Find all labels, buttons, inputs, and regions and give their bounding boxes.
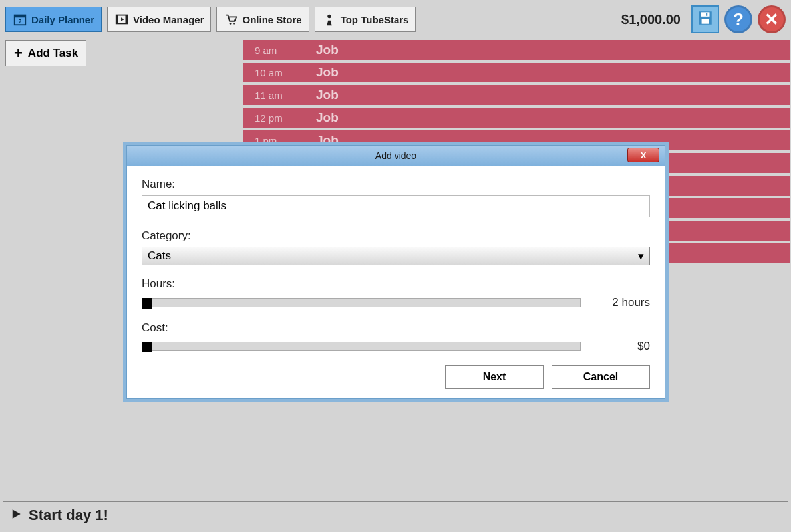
daily-planner-tab[interactable]: 7 Daily Planner <box>5 7 102 32</box>
top-tubestars-label: Top TubeStars <box>341 14 409 25</box>
help-button[interactable]: ? <box>724 5 752 33</box>
add-video-dialog: Add video X Name: Category: Cats ▾ Hours… <box>126 145 665 399</box>
svg-rect-12 <box>702 19 709 24</box>
schedule-label: Job <box>316 88 339 102</box>
top-tubestars-tab[interactable]: Top TubeStars <box>315 7 416 32</box>
category-selected-value: Cats <box>148 249 171 263</box>
play-icon <box>10 507 22 524</box>
svg-point-9 <box>327 15 331 19</box>
dialog-title: Add video <box>375 150 416 161</box>
category-label: Category: <box>142 229 650 243</box>
schedule-time: 9 am <box>243 45 316 56</box>
category-select[interactable]: Cats ▾ <box>142 247 650 265</box>
cart-icon <box>224 12 238 27</box>
svg-rect-13 <box>706 13 707 15</box>
cost-value: $0 <box>637 340 650 353</box>
plus-icon: + <box>14 45 23 62</box>
svg-rect-5 <box>126 15 128 24</box>
dialog-body: Name: Category: Cats ▾ Hours: 2 hours Co… <box>127 166 665 398</box>
video-manager-label: Video Manager <box>133 14 204 25</box>
start-day-label: Start day 1! <box>29 507 108 524</box>
svg-marker-14 <box>13 509 21 519</box>
cost-slider[interactable] <box>142 342 581 351</box>
close-icon: X <box>641 150 647 160</box>
svg-text:7: 7 <box>19 19 22 25</box>
cancel-button[interactable]: Cancel <box>552 365 650 389</box>
trophy-icon <box>322 12 337 27</box>
hours-slider[interactable] <box>142 298 581 307</box>
online-store-tab[interactable]: Online Store <box>216 7 309 32</box>
schedule-row[interactable]: 10 amJob <box>243 63 790 85</box>
daily-planner-label: Daily Planner <box>31 14 94 25</box>
schedule-label: Job <box>316 110 339 125</box>
name-input[interactable] <box>142 195 650 217</box>
video-manager-tab[interactable]: Video Manager <box>107 7 211 32</box>
dialog-actions: Next Cancel <box>142 365 650 389</box>
dialog-titlebar[interactable]: Add video X <box>127 146 665 166</box>
question-icon: ? <box>733 9 744 30</box>
schedule-label: Job <box>316 65 339 80</box>
next-button[interactable]: Next <box>445 365 544 389</box>
hours-label: Hours: <box>142 277 650 291</box>
svg-point-7 <box>230 23 232 25</box>
cost-slider-row: $0 <box>142 340 650 353</box>
hours-slider-thumb[interactable] <box>142 298 152 309</box>
schedule-label: Job <box>316 43 339 57</box>
schedule-time: 12 pm <box>243 112 316 124</box>
dialog-close-button[interactable]: X <box>627 148 659 162</box>
schedule-row[interactable]: 9 amJob <box>243 40 790 63</box>
online-store-label: Online Store <box>242 14 301 25</box>
sidebar: + Add Task <box>5 40 86 66</box>
save-button[interactable] <box>691 5 719 33</box>
schedule-time: 10 am <box>243 67 316 78</box>
top-toolbar: 7 Daily Planner Video Manager Online Sto… <box>0 0 791 39</box>
hours-value: 2 hours <box>612 296 650 309</box>
schedule-row[interactable]: 12 pmJob <box>243 108 790 130</box>
schedule-time: 1 pm <box>243 135 316 146</box>
schedule-time: 11 am <box>243 90 316 101</box>
svg-rect-11 <box>701 12 710 16</box>
svg-point-8 <box>234 23 236 25</box>
cost-slider-thumb[interactable] <box>142 342 152 352</box>
film-icon <box>114 12 129 27</box>
hours-slider-row: 2 hours <box>142 296 650 309</box>
close-icon: ✕ <box>764 9 779 30</box>
calendar-icon: 7 <box>13 12 27 27</box>
add-task-button[interactable]: + Add Task <box>5 40 86 66</box>
cost-label: Cost: <box>142 321 650 334</box>
schedule-row[interactable]: 11 amJob <box>243 85 790 108</box>
svg-rect-4 <box>116 15 118 24</box>
chevron-down-icon: ▾ <box>638 249 644 263</box>
add-task-label: Add Task <box>28 47 78 60</box>
svg-marker-6 <box>121 17 124 21</box>
name-label: Name: <box>142 178 650 191</box>
svg-rect-1 <box>15 15 26 18</box>
start-day-button[interactable]: Start day 1! <box>3 501 788 529</box>
balance-display: $1,000.00 <box>621 12 681 27</box>
close-app-button[interactable]: ✕ <box>758 5 786 33</box>
floppy-icon <box>697 9 714 29</box>
